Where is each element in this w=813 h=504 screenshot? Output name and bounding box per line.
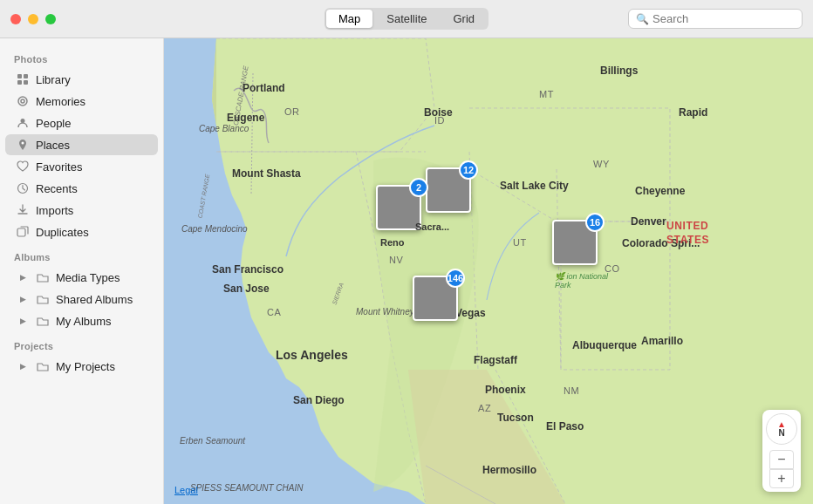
sidebar-item-people[interactable]: People: [5, 112, 158, 133]
minimize-button[interactable]: [28, 14, 38, 24]
svg-point-7: [22, 142, 24, 145]
grid-icon: [16, 72, 30, 86]
pin-badge-16: 16: [585, 213, 605, 232]
projects-folder-icon: [36, 359, 50, 373]
albums-section-label: Albums: [0, 243, 163, 266]
duplicates-label: Duplicates: [36, 226, 147, 239]
my-albums-label: My Albums: [56, 315, 147, 328]
sidebar-item-shared-albums[interactable]: ▶ Shared Albums: [5, 289, 158, 310]
projects-section-label: Projects: [0, 332, 163, 355]
imports-label: Imports: [36, 204, 147, 217]
search-input[interactable]: [652, 12, 795, 25]
svg-rect-2: [17, 80, 22, 85]
map-area[interactable]: CASCADE RANGE COAST RANGE SIERRA Portlan…: [164, 38, 813, 504]
my-albums-folder-icon: [36, 314, 50, 328]
main-content: Photos Library Memories: [0, 38, 813, 504]
maximize-button[interactable]: [45, 14, 56, 24]
sidebar-item-duplicates[interactable]: Duplicates: [5, 221, 158, 242]
expand-arrow-icon-3: ▶: [16, 314, 30, 328]
expand-arrow-icon-2: ▶: [16, 292, 30, 306]
sidebar-item-places[interactable]: Places: [5, 134, 158, 155]
svg-rect-3: [24, 80, 28, 85]
pin-badge-12: 12: [459, 160, 478, 180]
import-icon: [16, 203, 30, 217]
zoom-controls: − +: [769, 450, 794, 488]
map-view-button[interactable]: Map: [326, 10, 372, 28]
map-controls: ▲ N − +: [762, 410, 801, 492]
svg-point-5: [21, 99, 24, 103]
svg-rect-1: [24, 74, 28, 78]
zoom-out-button[interactable]: −: [769, 450, 794, 469]
map-svg: CASCADE RANGE COAST RANGE SIERRA: [164, 38, 813, 504]
search-bar[interactable]: 🔍: [628, 9, 803, 29]
places-label: Places: [36, 139, 147, 152]
shared-folder-icon: [36, 292, 50, 306]
heart-icon: [16, 160, 30, 174]
satellite-view-button[interactable]: Satellite: [374, 10, 439, 28]
sidebar: Photos Library Memories: [0, 38, 164, 504]
people-label: People: [36, 117, 147, 130]
view-toggle: Map Satellite Grid: [325, 8, 488, 30]
svg-point-4: [18, 97, 27, 106]
traffic-lights: [10, 14, 56, 24]
person-icon: [16, 116, 30, 130]
titlebar: Map Satellite Grid 🔍: [0, 0, 813, 38]
folder-icon: [36, 270, 50, 284]
sidebar-item-my-projects[interactable]: ▶ My Projects: [5, 356, 158, 377]
sidebar-item-favorites[interactable]: Favorites: [5, 156, 158, 177]
compass-n-label: N: [777, 429, 786, 438]
search-icon: 🔍: [636, 13, 649, 25]
sidebar-item-library[interactable]: Library: [5, 69, 158, 90]
grid-view-button[interactable]: Grid: [441, 10, 487, 28]
shared-albums-label: Shared Albums: [56, 293, 147, 306]
sidebar-item-memories[interactable]: Memories: [5, 91, 158, 112]
sidebar-item-media-types[interactable]: ▶ Media Types: [5, 267, 158, 288]
photo-pin-canyon[interactable]: 16: [552, 220, 598, 265]
favorites-label: Favorites: [36, 160, 147, 174]
sidebar-item-my-albums[interactable]: ▶ My Albums: [5, 310, 158, 331]
spiral-icon: [16, 94, 30, 108]
pin-badge-2: 2: [409, 178, 428, 197]
recents-label: Recents: [36, 182, 147, 195]
expand-arrow-icon-4: ▶: [16, 359, 30, 373]
expand-arrow-icon: ▶: [16, 270, 30, 284]
sidebar-item-recents[interactable]: Recents: [5, 178, 158, 199]
svg-rect-9: [17, 228, 25, 236]
photo-pin-pink[interactable]: 12: [426, 167, 471, 213]
photo-pin-person[interactable]: 146: [413, 276, 458, 321]
svg-rect-0: [17, 74, 22, 78]
legal-link[interactable]: Legal: [174, 485, 198, 495]
my-projects-label: My Projects: [56, 360, 147, 373]
sidebar-item-imports[interactable]: Imports: [5, 200, 158, 221]
memories-label: Memories: [36, 95, 147, 108]
close-button[interactable]: [10, 14, 21, 24]
pin-badge-146: 146: [446, 269, 465, 288]
clock-icon: [16, 181, 30, 195]
compass: ▲ N: [766, 413, 797, 445]
duplicate-icon: [16, 225, 30, 239]
map-pin-icon: [16, 138, 30, 152]
library-label: Library: [36, 73, 147, 86]
zoom-in-button[interactable]: +: [769, 469, 794, 488]
map-background: CASCADE RANGE COAST RANGE SIERRA Portlan…: [164, 38, 813, 504]
media-types-label: Media Types: [56, 271, 147, 284]
photos-section-label: Photos: [0, 45, 163, 68]
photo-pin-sunset[interactable]: 2: [376, 185, 421, 230]
